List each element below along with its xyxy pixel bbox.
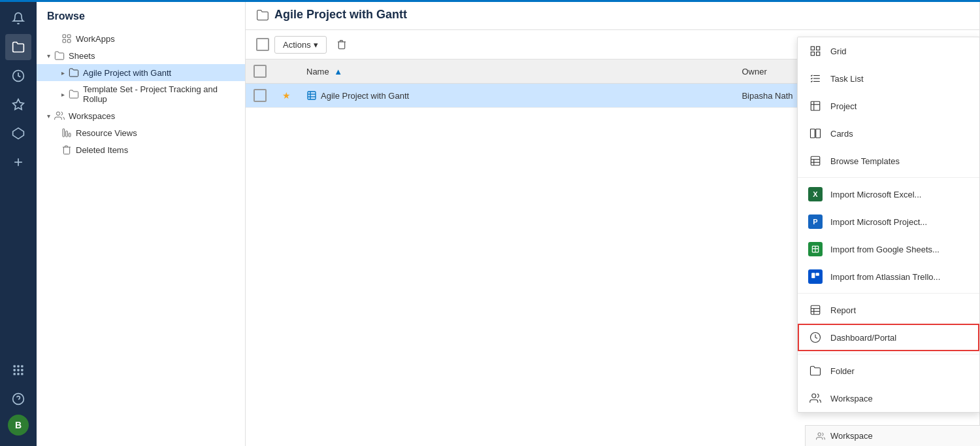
- svg-point-52: [818, 432, 821, 436]
- svg-rect-29: [817, 46, 820, 50]
- nav-browse[interactable]: [5, 34, 31, 60]
- dropdown-folder[interactable]: Folder: [798, 357, 979, 385]
- workspace-create-icon: [808, 391, 823, 405]
- dropdown-import-gsheets[interactable]: Import from Google Sheets...: [798, 235, 979, 263]
- svg-rect-28: [811, 46, 814, 50]
- header-checkbox[interactable]: [253, 65, 267, 78]
- project-label: Project: [830, 101, 857, 111]
- svg-rect-5: [14, 366, 16, 368]
- workspace-label: Workspace: [830, 394, 873, 403]
- sheets-caret: ▾: [47, 52, 50, 60]
- delete-icon: [336, 39, 347, 50]
- svg-rect-6: [17, 366, 19, 368]
- trello-icon: [808, 269, 823, 284]
- svg-rect-13: [21, 373, 23, 375]
- project-icon: [808, 99, 823, 113]
- dashboard-label: Dashboard/Portal: [830, 333, 896, 343]
- browse-item-agile[interactable]: ▸ Agile Project with Gantt: [37, 64, 245, 81]
- svg-rect-10: [21, 369, 23, 371]
- browse-item-template[interactable]: ▸ Template Set - Project Tracking and Ro…: [37, 81, 245, 107]
- svg-rect-23: [69, 133, 71, 137]
- row-checkbox[interactable]: [253, 89, 267, 102]
- svg-rect-44: [811, 273, 815, 278]
- dropdown-grid[interactable]: Grid: [798, 37, 979, 65]
- trash-icon: [61, 145, 72, 155]
- dropdown-import-trello[interactable]: Import from Atlassian Trello...: [798, 263, 979, 290]
- resource-icon: [61, 128, 72, 138]
- svg-rect-9: [17, 369, 19, 371]
- col-star[interactable]: [274, 60, 299, 84]
- dropdown-browse-templates[interactable]: Browse Templates: [798, 147, 979, 175]
- dropdown-dashboard[interactable]: Dashboard/Portal: [798, 324, 979, 351]
- actions-caret-icon: ▾: [314, 40, 318, 50]
- col-name[interactable]: Name ▲: [299, 60, 734, 84]
- divider-1: [798, 177, 979, 178]
- nav-help[interactable]: [5, 386, 31, 412]
- row-star-cell[interactable]: ★: [274, 84, 299, 108]
- svg-rect-22: [66, 131, 68, 137]
- nav-notifications[interactable]: [5, 5, 31, 31]
- dropdown-tasklist[interactable]: Task List: [798, 65, 979, 92]
- user-avatar[interactable]: B: [8, 415, 29, 436]
- resource-label: Resource Views: [76, 128, 137, 138]
- workspace-bar[interactable]: Workspace: [805, 425, 980, 446]
- tasklist-icon: [808, 71, 823, 86]
- agile-folder-icon: [69, 67, 79, 78]
- dropdown-import-excel[interactable]: X Import Microsoft Excel...: [798, 180, 979, 208]
- tasklist-label: Task List: [830, 74, 864, 84]
- svg-rect-12: [17, 373, 19, 375]
- import-trello-label: Import from Atlassian Trello...: [830, 272, 940, 282]
- row-checkbox-cell[interactable]: [246, 84, 274, 108]
- content-header: Agile Project with Gantt: [246, 0, 979, 30]
- cards-label: Cards: [830, 129, 853, 139]
- workspace-bar-icon: [816, 432, 825, 441]
- delete-button[interactable]: [332, 35, 351, 54]
- workspaces-icon: [54, 111, 65, 121]
- template-label: Template Set - Project Tracking and Roll…: [83, 84, 235, 104]
- workspaces-caret: ▾: [47, 112, 50, 120]
- svg-rect-18: [63, 39, 66, 43]
- templates-icon: [808, 154, 823, 168]
- svg-rect-17: [67, 35, 71, 38]
- col-name-label: Name: [306, 67, 329, 77]
- grid-label: Grid: [830, 46, 847, 56]
- col-checkbox[interactable]: [246, 60, 274, 84]
- svg-rect-40: [811, 156, 820, 165]
- row-sheet-icon: [306, 90, 317, 101]
- nav-favorites[interactable]: [5, 92, 31, 118]
- browse-item-resource[interactable]: Resource Views: [37, 124, 245, 141]
- browse-item-workapps[interactable]: WorkApps: [37, 30, 245, 47]
- deleted-label: Deleted Items: [76, 145, 128, 155]
- import-msproject-label: Import Microsoft Project...: [830, 217, 927, 227]
- dropdown-cards[interactable]: Cards: [798, 120, 979, 147]
- sheets-label: Sheets: [69, 51, 95, 61]
- browse-item-sheets[interactable]: ▾ Sheets: [37, 47, 245, 64]
- actions-button[interactable]: Actions ▾: [274, 36, 327, 54]
- row-owner: Bipasha Nath: [742, 91, 792, 101]
- star-icon[interactable]: ★: [282, 90, 291, 101]
- dropdown-import-msproject[interactable]: P Import Microsoft Project...: [798, 208, 979, 235]
- agile-label: Agile Project with Gantt: [83, 68, 171, 78]
- actions-label: Actions: [283, 40, 311, 50]
- svg-rect-7: [21, 366, 23, 368]
- browse-item-deleted[interactable]: Deleted Items: [37, 141, 245, 158]
- template-folder-icon: [69, 89, 79, 99]
- nav-add[interactable]: [5, 149, 31, 175]
- nav-recents[interactable]: [5, 63, 31, 89]
- dropdown-report[interactable]: Report: [798, 296, 979, 324]
- divider-3: [798, 354, 979, 354]
- browse-item-workspaces[interactable]: ▾ Workspaces: [37, 107, 245, 124]
- gsheets-icon: [808, 242, 823, 256]
- nav-apps[interactable]: [5, 120, 31, 146]
- nav-sidebar: B: [0, 0, 37, 446]
- dropdown-project[interactable]: Project: [798, 92, 979, 120]
- svg-rect-19: [67, 39, 71, 43]
- nav-launcher[interactable]: [5, 357, 31, 383]
- browse-templates-label: Browse Templates: [830, 156, 900, 166]
- page-title: Agile Project with Gantt: [274, 8, 407, 22]
- import-excel-label: Import Microsoft Excel...: [830, 190, 921, 199]
- select-all-checkbox[interactable]: [256, 38, 269, 51]
- dropdown-workspace[interactable]: Workspace: [798, 385, 979, 412]
- svg-rect-35: [811, 101, 820, 111]
- svg-rect-45: [816, 273, 819, 276]
